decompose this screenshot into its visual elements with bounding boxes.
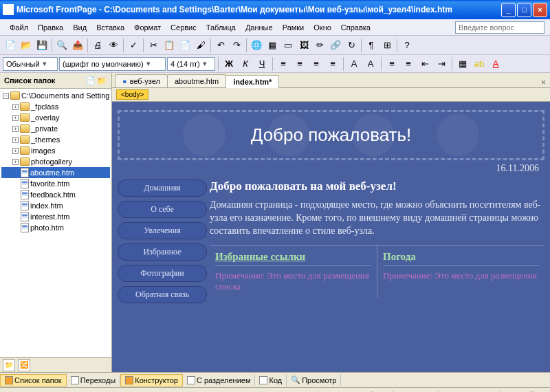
increase-font-button[interactable]: A — [346, 56, 362, 72]
body-tag[interactable]: <body> — [116, 89, 148, 100]
nav-feedback[interactable]: Обратная связь — [118, 286, 207, 303]
menu-insert[interactable]: Вставка — [92, 22, 129, 33]
numbered-list-button[interactable]: ≡ — [384, 56, 399, 72]
page-nav: Домашняя О себе Увлечения Избранное Фото… — [118, 179, 207, 303]
weather-heading: Погода — [383, 251, 539, 263]
tab-website[interactable]: ●веб-узел — [115, 74, 168, 87]
menu-file[interactable]: Файл — [6, 22, 32, 33]
align-right-button[interactable]: ≡ — [309, 56, 324, 72]
open-button[interactable]: 📂 — [19, 38, 34, 53]
minimize-button[interactable]: _ — [501, 3, 516, 17]
design-canvas[interactable]: Добро пожаловать! 16.11.2006 Домашняя О … — [112, 102, 550, 372]
nav-home[interactable]: Домашняя — [118, 179, 207, 197]
standard-toolbar: 📄 📂 💾 🔍 📤 🖨 👁 ✓ ✂ 📋 📄 🖌 ↶ ↷ 🌐 ▦ ▭ 🖼 ✏ 🔗 … — [0, 36, 550, 55]
menu-table[interactable]: Таблица — [202, 22, 240, 33]
maximize-button[interactable]: □ — [517, 3, 531, 17]
spell-button[interactable]: ✓ — [126, 38, 141, 53]
view-preview[interactable]: 🔍Просмотр — [287, 374, 341, 386]
table-button[interactable]: ▦ — [265, 38, 280, 53]
show-all-button[interactable]: ¶ — [364, 38, 379, 53]
favorites-heading[interactable]: Избранные ссылки — [215, 251, 371, 263]
nav-about[interactable]: О себе — [118, 201, 207, 218]
refresh-button[interactable]: ↻ — [344, 38, 359, 53]
folder-icon — [20, 157, 30, 166]
statusbar: 0:05 при 56 кбит/с 626 × 371 по умолчани… — [0, 387, 550, 392]
navigation-view-button[interactable]: 🔀 — [18, 359, 30, 371]
tab-aboutme[interactable]: aboutme.htm — [167, 74, 226, 87]
view-split[interactable]: С разделением — [183, 375, 256, 386]
font-color-button[interactable]: A — [488, 56, 503, 72]
show-layout-button[interactable]: ⊞ — [380, 38, 395, 53]
folder-list-view-button[interactable]: 📁 — [3, 359, 15, 371]
print-button[interactable]: 🖨 — [90, 38, 105, 53]
nav-favorites[interactable]: Избранное — [118, 243, 207, 261]
bulleted-list-button[interactable]: ≡ — [401, 56, 416, 72]
bold-button[interactable]: Ж — [221, 56, 236, 72]
search-button[interactable]: 🔍 — [54, 38, 69, 53]
folder-icon — [20, 135, 30, 144]
redo-button[interactable]: ↷ — [229, 38, 244, 53]
borders-button[interactable]: ▦ — [455, 56, 470, 72]
picture-button[interactable]: 🖼 — [296, 38, 311, 53]
menu-frames[interactable]: Рамки — [278, 22, 309, 33]
align-center-button[interactable]: ≡ — [292, 56, 307, 72]
file-icon — [21, 168, 29, 177]
underline-button[interactable]: Ч — [254, 56, 270, 72]
view-navigation[interactable]: Переходы — [67, 375, 121, 386]
web-component-button[interactable]: 🌐 — [249, 38, 264, 53]
italic-button[interactable]: К — [238, 56, 253, 72]
title-text: Microsoft FrontPage - C:\Documents and S… — [16, 5, 501, 14]
folder-tree[interactable]: −C:\Documents and Setting +_fpclass +_ov… — [0, 89, 111, 357]
file-icon — [21, 201, 29, 210]
weather-note: Примечание: Это место для размещения — [383, 265, 539, 281]
menu-window[interactable]: Окно — [309, 22, 336, 33]
folder-icon — [20, 124, 30, 133]
menu-help[interactable]: Справка — [337, 22, 375, 33]
tab-close-button[interactable]: × — [537, 78, 550, 87]
publish-button[interactable]: 📤 — [70, 38, 85, 53]
paste-button[interactable]: 📄 — [177, 38, 192, 53]
new-button[interactable]: 📄 — [3, 38, 18, 53]
drawing-button[interactable]: ✏ — [312, 38, 327, 53]
increase-indent-button[interactable]: ⇥ — [434, 56, 449, 72]
format-painter-button[interactable]: 🖌 — [193, 38, 208, 53]
decrease-font-button[interactable]: A — [363, 56, 378, 72]
sidebar-view-switch: 📁 🔀 — [0, 357, 111, 372]
preview-button[interactable]: 👁 — [106, 38, 121, 53]
new-page-icon[interactable]: 📄 — [85, 75, 96, 86]
menu-view[interactable]: Вид — [69, 22, 91, 33]
tag-breadcrumb: <body> — [112, 88, 550, 102]
help-search-input[interactable] — [455, 21, 544, 34]
menu-edit[interactable]: Правка — [34, 22, 67, 33]
font-combo[interactable]: (шрифт по умолчанию) — [59, 57, 166, 71]
help-button[interactable]: ? — [399, 38, 415, 53]
style-combo[interactable]: Обычный — [3, 57, 58, 71]
menu-tools[interactable]: Сервис — [166, 22, 201, 33]
banner[interactable]: Добро пожаловать! — [118, 110, 544, 160]
save-button[interactable]: 💾 — [34, 38, 50, 53]
page-paragraph: Домашняя страница - подходящее место, гд… — [210, 199, 544, 238]
undo-button[interactable]: ↶ — [213, 38, 228, 53]
folder-list-panel: Список папок 📄 📁 −C:\Documents and Setti… — [0, 73, 112, 372]
view-folder-list[interactable]: Список папок — [0, 374, 67, 386]
size-combo[interactable]: 4 (14 пт) — [167, 57, 215, 71]
nav-interests[interactable]: Увлечения — [118, 222, 207, 239]
menu-data[interactable]: Данные — [241, 22, 277, 33]
cut-button[interactable]: ✂ — [146, 38, 161, 53]
new-folder-icon[interactable]: 📁 — [96, 75, 107, 86]
page-heading: Добро пожаловать на мой веб-узел! — [210, 179, 544, 193]
tab-index[interactable]: index.htm* — [226, 75, 279, 88]
nav-photos[interactable]: Фотографии — [118, 265, 207, 282]
document-tabs: ●веб-узел aboutme.htm index.htm* × — [112, 73, 550, 88]
close-button[interactable]: × — [533, 3, 547, 17]
menu-format[interactable]: Формат — [130, 22, 165, 33]
view-design[interactable]: Конструктор — [120, 374, 183, 386]
highlight-button[interactable]: ab — [472, 56, 487, 72]
hyperlink-button[interactable]: 🔗 — [328, 38, 343, 53]
align-left-button[interactable]: ≡ — [276, 56, 291, 72]
layer-button[interactable]: ▭ — [280, 38, 296, 53]
decrease-indent-button[interactable]: ⇤ — [417, 56, 432, 72]
justify-button[interactable]: ≡ — [325, 56, 340, 72]
copy-button[interactable]: 📋 — [162, 38, 177, 53]
view-code[interactable]: Код — [255, 375, 287, 386]
